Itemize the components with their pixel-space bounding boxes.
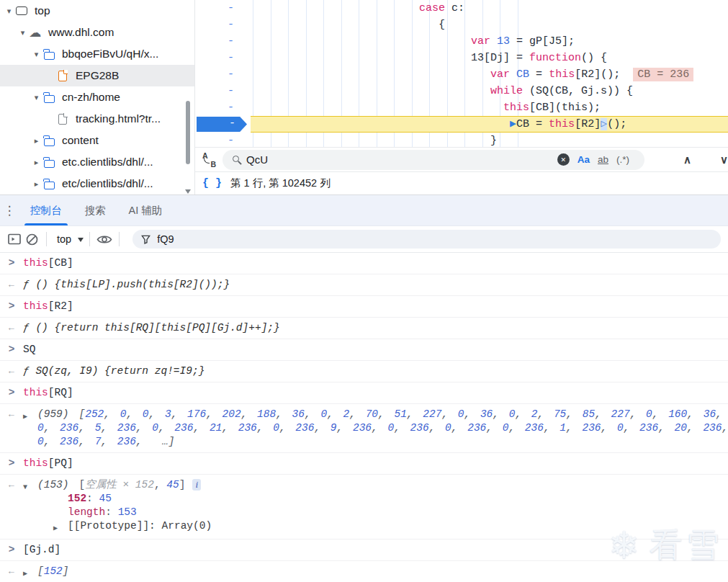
tree-item-label: content [62,134,99,147]
console-input-chevron-icon[interactable]: > [0,543,23,557]
show-console-sidebar-icon[interactable] [6,230,23,248]
console-result-row: ←▼(153)[空属性 × 152, 45]i152: 45length: 15… [0,475,728,540]
step-location-icon[interactable]: ▶ [510,118,516,130]
line-gutter[interactable]: - [195,66,251,83]
line-gutter[interactable]: - [195,17,251,33]
filter-funnel-icon [141,235,150,244]
tree-scrollbar-thumb[interactable] [186,101,190,164]
console-result-row: ←▶(959)[252, 0, 0, 3, 176, 202, 188, 36,… [0,404,728,453]
console-result-arrow-icon: ← [0,478,23,492]
console-input-row: >this[CB] [0,253,728,274]
expand-triangle-icon[interactable]: ▶ [23,408,37,424]
search-input[interactable]: QcU Aa ab (.*) [223,150,644,170]
tree-item-label: EPG28B [76,69,119,82]
code-line[interactable]: - var CB = this[R2](); CB = 236 [195,66,728,83]
tree-expand-arrow-icon[interactable]: ▸ [30,179,42,189]
tree-item[interactable]: ▾cn-zh/home [0,86,194,108]
drawer-tab[interactable]: 控制台 [19,195,73,225]
clear-search-icon[interactable] [557,153,570,166]
console-input-chevron-icon[interactable]: > [0,343,23,357]
code-line[interactable]: - this[CB](this); [195,99,728,116]
tree-item[interactable]: ▾bbqoeFiBvU/qH/x... [0,43,194,65]
object-property-row: 152: 45 [37,492,728,506]
pretty-print-icon[interactable]: { } [202,177,222,189]
context-selector[interactable]: top [57,233,71,245]
frame-icon [15,4,28,17]
line-gutter[interactable]: - [195,33,251,50]
expand-triangle-icon[interactable]: ▶ [53,519,68,535]
tree-expand-arrow-icon[interactable]: ▸ [30,136,42,146]
tree-item-label: cn-zh/home [62,91,120,104]
line-gutter[interactable]: - [195,83,251,99]
drawer-tab[interactable]: AI 辅助 [117,195,174,225]
console-result-row: ←ƒ () {this[LP].push(this[R2]());} [0,274,728,296]
tree-item[interactable]: ▸etc/clientlibs/dhl/... [0,173,194,194]
caret-down-icon[interactable] [78,238,84,245]
previous-match-button[interactable]: ∧ [683,153,691,166]
console-input-chevron-icon[interactable]: > [0,256,23,270]
tree-expand-arrow-icon[interactable]: ▾ [30,50,42,59]
object-property-row: length: 153 [37,506,728,519]
kebab-menu-icon[interactable] [0,195,19,225]
devtools-window: ▾top▾☁www.dhl.com▾bbqoeFiBvU/qH/x...EPG2… [0,0,728,582]
match-case-button[interactable]: Aa [578,154,590,165]
tree-item[interactable]: tracking.html?tr... [0,108,194,130]
function-result: ƒ () {return this[RQ][this[PQ][Gj.d]++];… [23,321,728,335]
tree-expand-arrow-icon[interactable]: ▾ [30,93,42,102]
regex-button[interactable]: (.*) [616,154,629,165]
code-line[interactable]: - 13[Dj] = function() { [195,50,728,66]
drawer-tab[interactable]: 搜索 [73,195,117,225]
search-query[interactable]: QcU [246,153,268,166]
drawer-tab-bar: 控制台搜索AI 辅助 [0,195,728,226]
code-line[interactable]: - } [195,133,728,147]
clear-console-icon[interactable] [23,230,40,248]
cloud-icon: ☁ [29,26,42,39]
code-line[interactable]: - var 13 = gP[J5]; [195,33,728,50]
tree-expand-arrow-icon[interactable]: ▾ [3,6,15,16]
console-result-arrow-icon: ← [0,408,23,421]
live-expression-eye-icon[interactable] [96,230,113,248]
info-icon[interactable]: i [192,479,201,491]
line-gutter[interactable]: - [195,50,251,66]
console-filter-input[interactable]: fQ9 [132,230,721,249]
line-gutter[interactable]: - [195,116,251,133]
whole-word-button[interactable]: ab [598,154,608,165]
collapse-triangle-icon[interactable]: ▼ [23,478,37,494]
step-location-icon[interactable]: ▷ [601,118,607,130]
tree-item-label: bbqoeFiBvU/qH/x... [62,48,158,61]
line-gutter[interactable]: - [195,133,251,147]
console-input-chevron-icon[interactable]: > [0,300,23,313]
console-drawer: 控制台搜索AI 辅助 top fQ9 >this[CB]←ƒ () {this[… [0,194,728,582]
tree-item[interactable]: ▸etc.clientlibs/dhl/... [0,151,194,173]
console-input-chevron-icon[interactable]: > [0,457,23,470]
console-result-row: ←ƒ () {return this[RQ][this[PQ][Gj.d]++]… [0,318,728,339]
tree-item-label: top [35,4,50,17]
replace-toggle-icon[interactable] [201,153,217,167]
console-toolbar: top fQ9 [0,226,728,253]
tree-item-label: etc/clientlibs/dhl/... [62,177,153,190]
console-result-arrow-icon: ← [0,278,23,292]
tree-item[interactable]: ▾☁www.dhl.com [0,22,194,43]
file-tree: ▾top▾☁www.dhl.com▾bbqoeFiBvU/qH/x...EPG2… [0,0,194,200]
console-result-row: ←ƒ SQ(zq, I9) {return zq!=I9;} [0,361,728,382]
source-editor[interactable]: - case c:- {- var 13 = gP[J5];- 13[Dj] =… [194,0,728,147]
code-line[interactable]: - ▶CB = this[R2]▷(); [195,116,728,133]
tree-scrollbar[interactable] [184,0,192,200]
folder-icon [42,91,55,104]
tree-item[interactable]: ▾top [0,0,194,22]
tree-expand-arrow-icon[interactable]: ▸ [30,158,42,167]
folder-icon [42,134,55,147]
line-gutter[interactable]: - [195,0,251,17]
editor-status-bar: { } 第 1 行, 第 102452 列 [194,171,728,194]
tree-item-label: tracking.html?tr... [76,112,161,125]
line-gutter[interactable]: - [195,99,251,116]
code-line[interactable]: - while (SQ(CB, Gj.s)) { [195,83,728,99]
tree-item[interactable]: ▸content [0,130,194,151]
tree-expand-arrow-icon[interactable]: ▾ [17,28,29,37]
code-line[interactable]: - { [195,17,728,33]
next-match-button[interactable]: ∨ [720,153,728,166]
code-line[interactable]: - case c: [195,0,728,17]
console-input-chevron-icon[interactable]: > [0,386,23,400]
expand-triangle-icon[interactable]: ▶ [23,565,37,581]
tree-item[interactable]: EPG28B [0,65,194,86]
